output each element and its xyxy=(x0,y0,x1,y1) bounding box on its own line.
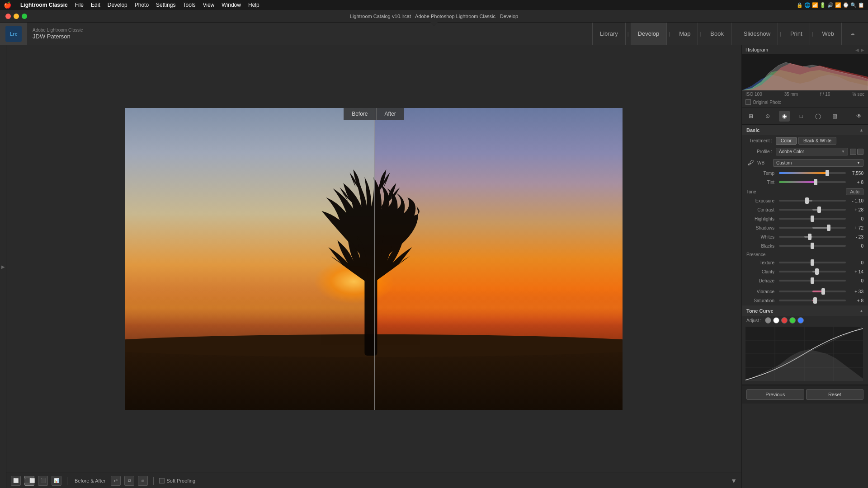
saturation-slider[interactable] xyxy=(779,300,846,301)
profile-icons xyxy=(850,149,863,155)
original-photo-toggle[interactable]: Original Photo xyxy=(742,98,868,108)
vibrance-slider[interactable] xyxy=(779,291,846,292)
curve-white-icon[interactable] xyxy=(773,317,779,324)
view-split-btn[interactable]: ⬛⬜ xyxy=(24,476,34,486)
red-eye-tool[interactable]: 👁 xyxy=(854,111,864,122)
develop-menu[interactable]: Develop xyxy=(108,2,127,8)
bw-treatment-btn[interactable]: Black & White xyxy=(798,137,836,145)
app-name-menu[interactable]: Lightroom Classic xyxy=(20,2,68,8)
reset-button[interactable]: Reset xyxy=(806,389,864,400)
tone-curve-header[interactable]: Tone Curve ▲ xyxy=(742,305,868,316)
temp-label: Temp xyxy=(746,171,778,176)
healing-tool[interactable]: ⊙ xyxy=(762,111,773,122)
clip-highlights-icon[interactable]: ▶ xyxy=(861,47,864,52)
tint-value: + 8 xyxy=(848,180,863,185)
close-button[interactable] xyxy=(5,14,11,19)
wb-preset-select[interactable]: Custom ▼ xyxy=(773,159,863,167)
photo-menu[interactable]: Photo xyxy=(135,2,149,8)
menu-bar: 🍎 Lightroom Classic File Edit Develop Ph… xyxy=(0,0,868,10)
profile-grid-btn[interactable] xyxy=(850,149,856,155)
highlights-thumb[interactable] xyxy=(811,216,814,222)
whites-thumb[interactable] xyxy=(808,234,811,240)
tools-menu[interactable]: Tools xyxy=(183,2,195,8)
auto-tone-btn[interactable]: Auto xyxy=(846,188,863,195)
clarity-slider[interactable] xyxy=(779,271,846,272)
contrast-thumb[interactable] xyxy=(817,206,821,213)
view-menu[interactable]: View xyxy=(203,2,214,8)
temp-value: 7,550 xyxy=(848,171,863,176)
soft-proofing-toggle[interactable]: Soft Proofing xyxy=(159,478,195,483)
dehaze-thumb[interactable] xyxy=(811,277,814,284)
nav-develop[interactable]: Develop xyxy=(631,23,667,45)
previous-button[interactable]: Previous xyxy=(746,389,804,400)
shadows-thumb[interactable] xyxy=(827,225,830,231)
adjustment-tool[interactable]: ◉ xyxy=(779,111,790,122)
histogram-info: ISO 100 35 mm f / 16 ⅛ sec xyxy=(742,90,868,98)
exposure-thumb[interactable] xyxy=(805,197,809,204)
contrast-slider[interactable] xyxy=(779,209,846,211)
gradient-tool[interactable]: ▨ xyxy=(830,111,840,122)
paste-settings-btn[interactable]: ⧈ xyxy=(138,476,148,486)
tint-thumb[interactable] xyxy=(814,179,817,185)
file-menu[interactable]: File xyxy=(75,2,84,8)
maximize-button[interactable] xyxy=(22,14,27,19)
radial-tool[interactable]: ◯ xyxy=(813,111,824,122)
curve-point-icon[interactable] xyxy=(765,317,771,324)
apple-menu[interactable]: 🍎 xyxy=(4,1,11,9)
swap-btn[interactable]: ⇄ xyxy=(111,476,121,486)
texture-thumb[interactable] xyxy=(811,259,814,266)
vibrance-thumb[interactable] xyxy=(821,288,825,295)
basic-section-header[interactable]: Basic ▲ xyxy=(742,125,868,135)
main-area: ▶ xyxy=(0,45,868,488)
saturation-thumb[interactable] xyxy=(813,297,817,304)
histogram-title: Histogram xyxy=(745,47,768,52)
exposure-slider[interactable] xyxy=(779,200,846,202)
nav-print[interactable]: Print xyxy=(783,23,810,45)
texture-slider[interactable] xyxy=(779,262,846,263)
profile-select[interactable]: Adobe Color ▼ xyxy=(776,148,848,155)
original-photo-checkbox[interactable] xyxy=(745,99,751,105)
temp-slider[interactable] xyxy=(779,172,846,174)
nav-map[interactable]: Map xyxy=(672,23,698,45)
profile-list-btn[interactable] xyxy=(857,149,863,155)
nav-library[interactable]: Library xyxy=(592,23,626,45)
crop-tool[interactable]: ⊞ xyxy=(745,111,756,122)
blacks-slider[interactable] xyxy=(779,245,846,247)
clip-shadows-icon[interactable]: ◀ xyxy=(855,47,859,52)
nav-slideshow[interactable]: Slideshow xyxy=(736,23,778,45)
whites-slider[interactable] xyxy=(779,236,846,238)
tint-row: Tint + 8 xyxy=(742,178,868,187)
window-menu[interactable]: Window xyxy=(222,2,241,8)
color-treatment-btn[interactable]: Color xyxy=(776,137,797,145)
highlights-slider[interactable] xyxy=(779,218,846,220)
tint-label: Tint xyxy=(746,180,778,185)
app-logo: Lrc xyxy=(0,23,27,45)
tint-slider[interactable] xyxy=(779,181,846,183)
view-single-btn[interactable]: ⬜ xyxy=(11,476,21,486)
panel-toggle-btn[interactable]: ▼ xyxy=(731,477,737,484)
dehaze-slider[interactable] xyxy=(779,280,846,282)
minimize-button[interactable] xyxy=(14,14,19,19)
curve-blue-icon[interactable] xyxy=(797,317,804,324)
edit-menu[interactable]: Edit xyxy=(91,2,100,8)
view-before-btn[interactable]: ⬛ xyxy=(38,476,48,486)
clarity-thumb[interactable] xyxy=(815,268,819,275)
eyedropper-tool[interactable]: 🖋 xyxy=(746,158,755,167)
saturation-row: Saturation + 8 xyxy=(742,296,868,305)
histogram-btn[interactable]: 📊 xyxy=(52,476,61,486)
crop-overlay-tool[interactable]: □ xyxy=(796,111,807,122)
blacks-thumb[interactable] xyxy=(811,243,814,249)
shadows-slider[interactable] xyxy=(779,227,846,229)
copy-settings-btn[interactable]: ⧉ xyxy=(124,476,134,486)
nav-web[interactable]: Web xyxy=(815,23,842,45)
tone-curve-canvas[interactable] xyxy=(745,327,863,381)
help-menu[interactable]: Help xyxy=(248,2,259,8)
temp-thumb[interactable] xyxy=(826,170,829,176)
left-panel-toggle[interactable]: ▶ xyxy=(0,45,6,488)
settings-menu[interactable]: Settings xyxy=(156,2,175,8)
curve-green-icon[interactable] xyxy=(789,317,796,324)
nav-book[interactable]: Book xyxy=(703,23,731,45)
curve-red-icon[interactable] xyxy=(781,317,788,324)
soft-proofing-checkbox[interactable] xyxy=(159,478,165,483)
cloud-icon[interactable]: ☁ xyxy=(845,31,859,37)
